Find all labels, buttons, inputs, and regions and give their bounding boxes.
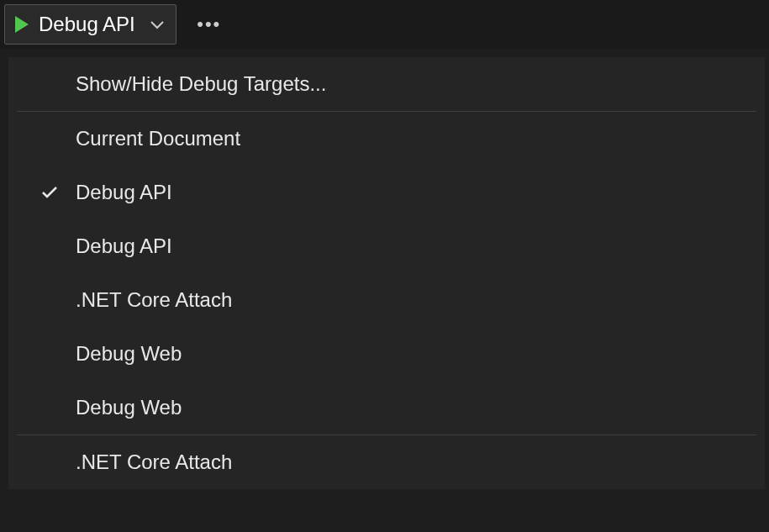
play-icon: [13, 14, 30, 34]
menu-item-label: Debug API: [76, 234, 172, 258]
menu-item-debug-web[interactable]: Debug Web: [8, 327, 765, 381]
debug-targets-menu: Show/Hide Debug Targets... Current Docum…: [8, 57, 765, 489]
menu-item-net-core-attach[interactable]: .NET Core Attach: [8, 273, 765, 327]
menu-item-label: .NET Core Attach: [76, 450, 232, 474]
check-column: [40, 185, 76, 200]
menu-item-net-core-attach-2[interactable]: .NET Core Attach: [8, 435, 765, 489]
more-options-button[interactable]: •••: [185, 4, 234, 45]
menu-item-label: Show/Hide Debug Targets...: [76, 72, 326, 96]
menu-item-current-document[interactable]: Current Document: [8, 112, 765, 166]
ellipsis-icon: •••: [197, 13, 221, 35]
toolbar: Debug API •••: [0, 0, 769, 49]
debug-target-button[interactable]: Debug API: [4, 4, 176, 45]
menu-item-label: Debug Web: [76, 342, 182, 366]
menu-item-debug-api[interactable]: Debug API: [8, 166, 765, 219]
menu-item-label: .NET Core Attach: [76, 288, 232, 312]
menu-item-label: Current Document: [76, 127, 240, 150]
menu-item-debug-api-2[interactable]: Debug API: [8, 219, 765, 273]
menu-item-show-hide-targets[interactable]: Show/Hide Debug Targets...: [8, 57, 765, 111]
svg-marker-0: [15, 16, 29, 33]
menu-item-debug-web-2[interactable]: Debug Web: [8, 381, 765, 435]
menu-item-label: Debug API: [76, 181, 172, 204]
chevron-down-icon: [149, 19, 166, 29]
debug-target-label: Debug API: [39, 13, 135, 36]
menu-item-label: Debug Web: [76, 396, 182, 419]
check-icon: [40, 185, 59, 200]
